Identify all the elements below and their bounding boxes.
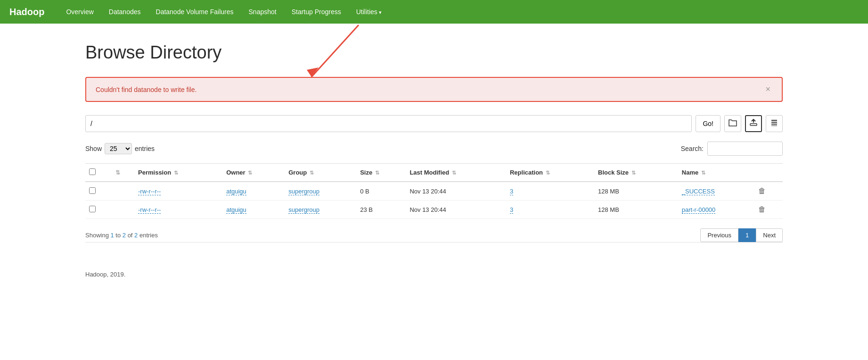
th-checkbox [85,164,112,182]
footer-divider [85,242,783,243]
upload-icon [750,119,757,128]
go-button[interactable]: Go! [696,115,721,132]
th-group[interactable]: Group ⇅ [285,164,356,182]
owner-col-label: Owner [226,169,245,176]
main-container: Browse Directory Couldn't find datanode … [57,24,811,306]
row1-last-modified: Nov 13 20:44 [406,182,506,201]
th-permission[interactable]: Permission ⇅ [134,164,222,182]
row1-name-link[interactable]: _SUCCESS [682,188,715,195]
th-block-size[interactable]: Block Size ⇅ [594,164,678,182]
nav-link-datanodes[interactable]: Datanodes [101,1,148,22]
show-row: Show 10 25 50 100 entries Search: [85,142,783,156]
th-owner[interactable]: Owner ⇅ [222,164,285,182]
footer-text: Hadoop, 2019. [85,271,125,278]
row1-checkbox[interactable] [89,187,96,194]
owner-sort-icon: ⇅ [248,170,252,176]
last-modified-col-label: Last Modified [409,169,449,176]
nav-link-startup-progress[interactable]: Startup Progress [284,1,349,22]
size-col-label: Size [360,169,372,176]
current-page-button[interactable]: 1 [738,228,756,242]
row1-group-link[interactable]: supergroup [288,188,319,195]
search-label: Search: [681,145,704,152]
row2-replication-link[interactable]: 3 [510,206,513,214]
path-row: Go! [85,115,783,132]
row1-group: supergroup [285,182,356,201]
alert-close-button[interactable]: × [763,84,772,94]
nav-item-overview[interactable]: Overview [58,1,101,22]
select-all-checkbox[interactable] [89,168,96,175]
search-input[interactable] [707,142,783,156]
size-sort-icon: ⇅ [375,170,379,176]
navbar-brand[interactable]: Hadoop [9,7,44,17]
path-input[interactable] [85,115,692,132]
row2-block-size: 128 MB [594,201,678,219]
next-button[interactable]: Next [756,228,783,242]
row1-permission-link[interactable]: -rw-r--r-- [138,188,161,195]
nav-item-datanodes[interactable]: Datanodes [101,1,148,22]
th-sort-icon: ⇅ [112,164,134,182]
nav-link-overview[interactable]: Overview [58,1,101,22]
nav-link-datanode-volume-failures[interactable]: Datanode Volume Failures [148,1,241,22]
row2-icon-cell [112,201,134,219]
row1-permission: -rw-r--r-- [134,182,222,201]
entries-label: entries [135,145,155,152]
row2-delete-cell: 🗑 [754,201,783,219]
row1-replication-link[interactable]: 3 [510,188,513,195]
nav-item-datanode-volume-failures[interactable]: Datanode Volume Failures [148,1,241,22]
row1-owner: atguigu [222,182,285,201]
previous-button[interactable]: Previous [700,228,738,242]
nav-link-utilities[interactable]: Utilities [349,1,389,22]
group-sort-icon: ⇅ [310,170,314,176]
alert-danger: Couldn't find datanode to write file. × [85,77,783,102]
svg-rect-2 [750,124,757,126]
pagination-row: Showing 1 to 2 of 2 entries Previous 1 N… [85,228,783,242]
list-icon [770,119,778,128]
row2-group: supergroup [285,201,356,219]
th-replication[interactable]: Replication ⇅ [506,164,594,182]
show-select[interactable]: 10 25 50 100 [105,143,132,154]
th-name[interactable]: Name ⇅ [678,164,755,182]
row2-checkbox[interactable] [89,206,96,212]
sort-icon: ⇅ [115,169,120,176]
navbar-nav: Overview Datanodes Datanode Volume Failu… [58,1,389,22]
row1-replication: 3 [506,182,594,201]
row1-name: _SUCCESS [678,182,755,201]
nav-item-startup-progress[interactable]: Startup Progress [284,1,349,22]
row1-size: 0 B [356,182,406,201]
nav-link-snapshot[interactable]: Snapshot [241,1,284,22]
nav-item-snapshot[interactable]: Snapshot [241,1,284,22]
upload-icon-button[interactable] [745,115,762,132]
row2-owner-link[interactable]: atguigu [226,206,246,214]
row2-replication: 3 [506,201,594,219]
group-col-label: Group [288,169,307,176]
showing-text: Showing 1 to 2 of 2 entries [85,232,158,239]
row2-delete-icon[interactable]: 🗑 [758,205,766,213]
folder-icon [729,119,737,128]
search-right: Search: [681,142,783,156]
list-icon-button[interactable] [766,115,783,132]
block-size-col-label: Block Size [598,169,629,176]
table-row: -rw-r--r-- atguigu supergroup 0 B Nov 13… [85,182,783,201]
show-label: Show [85,145,102,152]
navbar: Hadoop Overview Datanodes Datanode Volum… [0,0,868,24]
last-modified-sort-icon: ⇅ [452,170,456,176]
row1-owner-link[interactable]: atguigu [226,188,246,195]
replication-sort-icon: ⇅ [546,170,550,176]
row2-name-link[interactable]: part-r-00000 [682,206,716,214]
row1-delete-icon[interactable]: 🗑 [758,187,766,195]
row1-delete-cell: 🗑 [754,182,783,201]
row2-permission-link[interactable]: -rw-r--r-- [138,206,161,214]
nav-item-utilities[interactable]: Utilities [349,1,389,22]
folder-icon-button[interactable] [724,115,741,132]
page-title: Browse Directory [85,42,783,63]
row2-permission: -rw-r--r-- [134,201,222,219]
row2-group-link[interactable]: supergroup [288,206,319,214]
th-size[interactable]: Size ⇅ [356,164,406,182]
th-last-modified[interactable]: Last Modified ⇅ [406,164,506,182]
footer: Hadoop, 2019. [85,271,783,278]
row2-owner: atguigu [222,201,285,219]
pagination: Previous 1 Next [700,228,783,242]
arrow-container: Couldn't find datanode to write file. × [85,77,783,102]
show-left: Show 10 25 50 100 entries [85,143,155,154]
alert-message: Couldn't find datanode to write file. [96,86,197,93]
